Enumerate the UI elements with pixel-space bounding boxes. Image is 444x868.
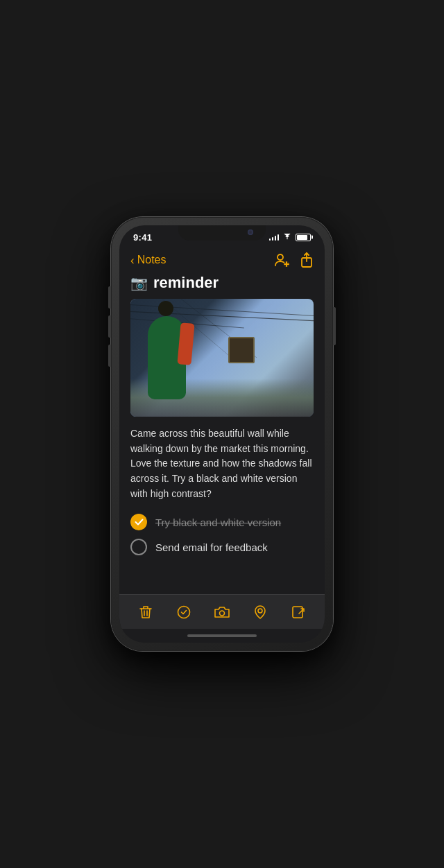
checklist-icon bbox=[177, 605, 191, 619]
battery-icon bbox=[296, 234, 311, 241]
checkmark-icon bbox=[135, 519, 144, 526]
svg-point-13 bbox=[219, 611, 224, 616]
share-button[interactable] bbox=[300, 252, 314, 268]
back-label: Notes bbox=[137, 254, 166, 266]
location-button[interactable] bbox=[246, 598, 274, 626]
home-bar bbox=[187, 634, 257, 637]
photo-person bbox=[148, 316, 186, 399]
checklist: Try black and white version Send email f… bbox=[130, 514, 314, 555]
photo-window bbox=[228, 337, 255, 363]
trash-icon bbox=[139, 605, 152, 619]
note-photo[interactable] bbox=[130, 299, 314, 417]
back-button[interactable]: ‹ Notes bbox=[130, 254, 166, 266]
checkbox-checked[interactable] bbox=[130, 514, 147, 530]
compose-button[interactable] bbox=[284, 598, 312, 626]
checklist-button[interactable] bbox=[170, 598, 198, 626]
chevron-left-icon: ‹ bbox=[130, 254, 135, 266]
checklist-label: Try black and white version bbox=[155, 517, 281, 528]
checklist-item[interactable]: Try black and white version bbox=[130, 514, 314, 530]
home-indicator bbox=[119, 629, 325, 643]
compose-icon bbox=[291, 605, 305, 619]
svg-point-12 bbox=[178, 606, 189, 618]
nav-actions bbox=[273, 252, 314, 268]
note-title-icon: 📷 bbox=[130, 275, 148, 291]
phone-frame: 9:41 bbox=[111, 217, 333, 651]
status-time: 9:41 bbox=[133, 232, 152, 243]
signal-icon bbox=[269, 234, 280, 241]
nav-bar: ‹ Notes bbox=[119, 249, 325, 274]
toolbar bbox=[119, 594, 325, 629]
notch bbox=[178, 225, 266, 241]
note-content: 📷 reminder bbox=[119, 274, 325, 594]
wifi-icon bbox=[282, 234, 292, 241]
svg-point-0 bbox=[278, 254, 283, 260]
note-title-row: 📷 reminder bbox=[130, 274, 314, 292]
status-icons bbox=[269, 234, 311, 241]
location-icon bbox=[254, 605, 266, 619]
note-title: reminder bbox=[153, 274, 219, 292]
photo-scene bbox=[130, 299, 314, 417]
add-collaborator-button[interactable] bbox=[273, 252, 290, 268]
checkbox-unchecked[interactable] bbox=[130, 539, 147, 555]
svg-point-14 bbox=[258, 609, 262, 613]
battery-fill bbox=[297, 235, 307, 240]
camera-button[interactable] bbox=[208, 598, 236, 626]
delete-button[interactable] bbox=[132, 598, 160, 626]
camera-icon bbox=[214, 606, 230, 618]
checklist-item[interactable]: Send email for feedback bbox=[130, 539, 314, 555]
checklist-label: Send email for feedback bbox=[155, 541, 268, 553]
phone-screen: 9:41 bbox=[119, 225, 325, 643]
note-body-text: Came across this beautiful wall while wa… bbox=[130, 426, 314, 501]
person-body bbox=[148, 316, 186, 399]
